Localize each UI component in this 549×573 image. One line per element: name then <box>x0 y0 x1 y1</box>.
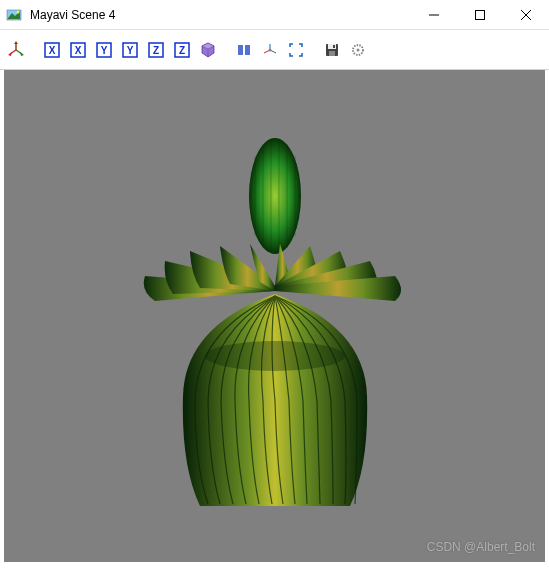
view-x-plus-button[interactable]: X <box>40 38 64 62</box>
isometric-view-button[interactable] <box>196 38 220 62</box>
close-button[interactable] <box>503 0 549 30</box>
svg-text:Z: Z <box>179 45 185 56</box>
svg-point-39 <box>357 48 360 51</box>
svg-marker-12 <box>8 52 12 56</box>
window-title: Mayavi Scene 4 <box>28 8 411 22</box>
rendered-scene <box>105 116 445 516</box>
svg-point-40 <box>249 138 301 254</box>
parallel-projection-button[interactable] <box>232 38 256 62</box>
svg-marker-10 <box>14 41 18 44</box>
svg-marker-11 <box>20 52 24 56</box>
svg-text:X: X <box>49 45 56 56</box>
svg-rect-29 <box>245 45 250 55</box>
view-y-minus-button[interactable]: Y <box>118 38 142 62</box>
view-x-minus-button[interactable]: X <box>66 38 90 62</box>
save-button[interactable] <box>320 38 344 62</box>
watermark-text: CSDN @Albert_Bolt <box>427 540 535 554</box>
view-y-plus-button[interactable]: Y <box>92 38 116 62</box>
configure-button[interactable] <box>346 38 370 62</box>
axes-indicator-button[interactable] <box>258 38 282 62</box>
toolbar: X X Y Y Z Z <box>0 30 549 70</box>
maximize-button[interactable] <box>457 0 503 30</box>
svg-text:Y: Y <box>101 45 108 56</box>
minimize-button[interactable] <box>411 0 457 30</box>
svg-text:X: X <box>75 45 82 56</box>
svg-rect-4 <box>476 10 485 19</box>
svg-text:Y: Y <box>127 45 134 56</box>
svg-point-2 <box>17 10 20 13</box>
view-z-plus-button[interactable]: Z <box>144 38 168 62</box>
svg-rect-36 <box>329 51 335 56</box>
svg-point-33 <box>269 48 272 51</box>
scene-viewport[interactable]: CSDN @Albert_Bolt <box>4 70 545 562</box>
svg-text:Z: Z <box>153 45 159 56</box>
svg-point-47 <box>205 341 345 371</box>
fullscreen-button[interactable] <box>284 38 308 62</box>
view-z-minus-button[interactable]: Z <box>170 38 194 62</box>
app-icon <box>6 7 22 23</box>
titlebar: Mayavi Scene 4 <box>0 0 549 30</box>
reset-view-button[interactable] <box>4 38 28 62</box>
svg-rect-28 <box>238 45 243 55</box>
svg-rect-37 <box>333 45 335 48</box>
